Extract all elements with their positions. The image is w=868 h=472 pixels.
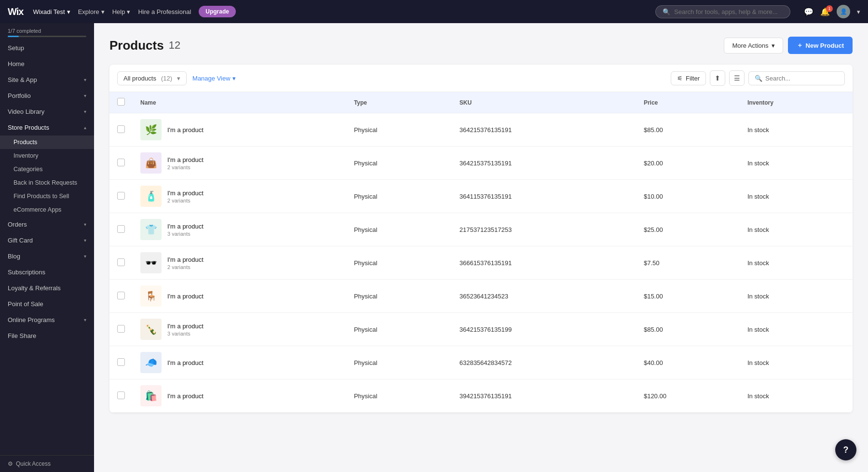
sidebar-item-label: Setup bbox=[8, 44, 24, 52]
sidebar-item-video-library[interactable]: Video Library ▾ bbox=[0, 104, 94, 120]
sidebar-item-file-share[interactable]: File Share bbox=[0, 328, 94, 344]
row-checkbox[interactable] bbox=[117, 292, 125, 299]
product-cell: 👕 I'm a product 3 variants bbox=[140, 219, 339, 240]
row-type-cell: Physical bbox=[346, 213, 452, 246]
product-info: I'm a product bbox=[167, 392, 203, 400]
table-toolbar: All products (12) ▾ Manage View ▾ ⚟ Filt… bbox=[109, 65, 853, 92]
site-name-button[interactable]: Wixadi Test ▾ bbox=[33, 8, 70, 15]
table-row[interactable]: 🧢 I'm a product Physical 632835642834572… bbox=[109, 346, 853, 379]
row-inventory-cell: In stock bbox=[740, 280, 853, 313]
table-row[interactable]: 🕶️ I'm a product 2 variants Physical 366… bbox=[109, 246, 853, 280]
table-row[interactable]: 👜 I'm a product 2 variants Physical 3642… bbox=[109, 147, 853, 180]
sidebar-sub-item-find-products[interactable]: Find Products to Sell bbox=[0, 189, 94, 203]
sidebar-bottom: ⚙ Quick Access bbox=[0, 455, 94, 472]
sidebar-sub-item-products[interactable]: Products bbox=[0, 135, 94, 149]
progress-label: 1/7 completed bbox=[8, 28, 41, 34]
row-price-cell: $25.00 bbox=[636, 213, 740, 246]
row-checkbox[interactable] bbox=[117, 125, 125, 133]
row-name-cell: 🕶️ I'm a product 2 variants bbox=[133, 246, 346, 280]
explore-chevron-icon: ▾ bbox=[101, 8, 105, 15]
site-name-label: Wixadi Test bbox=[33, 8, 65, 15]
help-icon: ? bbox=[843, 445, 849, 455]
sidebar-item-portfolio[interactable]: Portfolio ▾ bbox=[0, 88, 94, 104]
more-actions-button[interactable]: More Actions ▾ bbox=[724, 38, 783, 54]
product-image: 👜 bbox=[140, 152, 162, 174]
sidebar-item-home[interactable]: Home bbox=[0, 56, 94, 72]
row-checkbox[interactable] bbox=[117, 325, 125, 333]
export-button[interactable]: ⬆ bbox=[710, 70, 725, 86]
row-checkbox[interactable] bbox=[117, 159, 125, 166]
sidebar-item-subscriptions[interactable]: Subscriptions bbox=[0, 264, 94, 280]
filter-dropdown[interactable]: All products (12) ▾ bbox=[117, 71, 187, 85]
row-checkbox-cell bbox=[109, 246, 133, 280]
product-cell: 🛍️ I'm a product bbox=[140, 385, 339, 406]
row-sku-cell: 364115376135191 bbox=[452, 180, 636, 213]
plus-icon: ＋ bbox=[797, 41, 803, 50]
filter-button[interactable]: ⚟ Filter bbox=[671, 71, 706, 85]
select-all-checkbox[interactable] bbox=[117, 98, 125, 106]
sidebar-item-loyalty-referrals[interactable]: Loyalty & Referrals bbox=[0, 280, 94, 296]
row-checkbox-cell bbox=[109, 113, 133, 147]
sidebar-item-label: Orders bbox=[8, 221, 27, 228]
product-cell: 🪑 I'm a product bbox=[140, 285, 339, 307]
help-button[interactable]: Help ▾ bbox=[112, 8, 131, 15]
quick-access-button[interactable]: ⚙ Quick Access bbox=[8, 460, 51, 467]
hire-professional-button[interactable]: Hire a Professional bbox=[138, 8, 191, 15]
table-row[interactable]: 🪑 I'm a product Physical 36523641234523 … bbox=[109, 280, 853, 313]
row-inventory-cell: In stock bbox=[740, 180, 853, 213]
search-icon: 🔍 bbox=[755, 75, 762, 82]
sidebar-item-blog[interactable]: Blog ▾ bbox=[0, 248, 94, 264]
manage-view-button[interactable]: Manage View ▾ bbox=[192, 75, 236, 82]
sidebar-item-label: Site & App bbox=[8, 76, 37, 83]
columns-button[interactable]: ☰ bbox=[729, 70, 745, 86]
table-search-input[interactable] bbox=[765, 75, 839, 82]
sidebar-item-orders[interactable]: Orders ▾ bbox=[0, 216, 94, 232]
new-product-button[interactable]: ＋ New Product bbox=[788, 37, 853, 54]
row-name-cell: 🧢 I'm a product bbox=[133, 346, 346, 379]
row-checkbox[interactable] bbox=[117, 258, 125, 266]
avatar-chevron-icon[interactable]: ▾ bbox=[857, 8, 860, 15]
bell-icon-button[interactable]: 🔔 1 bbox=[820, 7, 830, 16]
product-name: I'm a product bbox=[167, 392, 203, 400]
table-row[interactable]: 🧴 I'm a product 2 variants Physical 3641… bbox=[109, 180, 853, 213]
product-name: I'm a product bbox=[167, 359, 203, 366]
row-checkbox[interactable] bbox=[117, 192, 125, 200]
product-image: 🛍️ bbox=[140, 385, 162, 406]
sidebar-item-gift-card[interactable]: Gift Card ▾ bbox=[0, 232, 94, 248]
row-name-cell: 👜 I'm a product 2 variants bbox=[133, 147, 346, 180]
sidebar-item-point-of-sale[interactable]: Point of Sale bbox=[0, 296, 94, 312]
table-row[interactable]: 👕 I'm a product 3 variants Physical 2175… bbox=[109, 213, 853, 246]
table-row[interactable]: 🍾 I'm a product 3 variants Physical 3642… bbox=[109, 313, 853, 346]
sub-item-label: Products bbox=[14, 139, 37, 146]
sidebar-item-site-app[interactable]: Site & App ▾ bbox=[0, 72, 94, 88]
sidebar-item-setup[interactable]: Setup bbox=[0, 40, 94, 56]
sub-item-label: eCommerce Apps bbox=[14, 206, 61, 213]
product-variants: 3 variants bbox=[167, 331, 203, 337]
page-title: Products 12 bbox=[109, 38, 180, 53]
product-name: I'm a product bbox=[167, 293, 203, 300]
sidebar-sub-item-categories[interactable]: Categories bbox=[0, 162, 94, 176]
table-row[interactable]: 🌿 I'm a product Physical 364215376135191… bbox=[109, 113, 853, 147]
row-name-cell: 🛍️ I'm a product bbox=[133, 379, 346, 413]
chat-icon-button[interactable]: 💬 bbox=[804, 7, 814, 16]
row-checkbox[interactable] bbox=[117, 225, 125, 233]
sidebar-sub-item-ecommerce-apps[interactable]: eCommerce Apps bbox=[0, 203, 94, 216]
row-checkbox[interactable] bbox=[117, 358, 125, 366]
explore-button[interactable]: Explore ▾ bbox=[78, 8, 105, 15]
sidebar-sub-item-back-in-stock[interactable]: Back in Stock Requests bbox=[0, 176, 94, 189]
sidebar-sub-item-inventory[interactable]: Inventory bbox=[0, 149, 94, 162]
new-product-label: New Product bbox=[806, 42, 844, 49]
filter-btn-label: Filter bbox=[686, 75, 700, 82]
global-search-input[interactable] bbox=[674, 8, 783, 15]
row-checkbox[interactable] bbox=[117, 391, 125, 399]
sidebar-item-store-products[interactable]: Store Products ▴ bbox=[0, 120, 94, 135]
row-price-cell: $20.00 bbox=[636, 147, 740, 180]
row-type-cell: Physical bbox=[346, 180, 452, 213]
upgrade-button[interactable]: Upgrade bbox=[199, 6, 236, 17]
help-fab-button[interactable]: ? bbox=[835, 439, 856, 460]
table-row[interactable]: 🛍️ I'm a product Physical 39421537613519… bbox=[109, 379, 853, 413]
sidebar-item-online-programs[interactable]: Online Programs ▾ bbox=[0, 312, 94, 328]
more-actions-label: More Actions bbox=[732, 42, 768, 49]
sidebar-item-label: Loyalty & Referrals bbox=[8, 284, 61, 292]
avatar-button[interactable]: 👤 bbox=[837, 5, 850, 18]
